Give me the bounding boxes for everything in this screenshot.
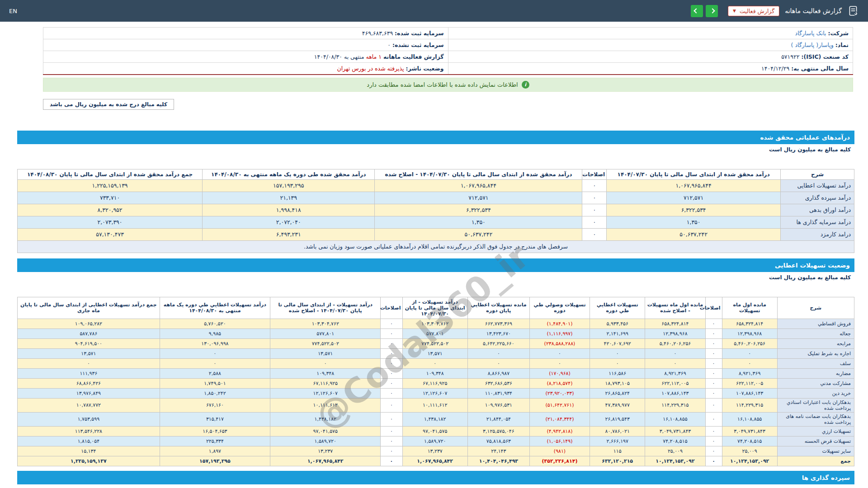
value-cell: ۰ bbox=[705, 319, 722, 328]
value-cell: ۰ bbox=[705, 358, 722, 368]
value-cell: ۷۴,۲۰۸,۵۱۵ bbox=[645, 436, 705, 446]
value-cell: ۰ bbox=[705, 412, 722, 426]
value-cell: ۰ bbox=[705, 426, 722, 436]
row-label: اجاره به شرط تملیک bbox=[777, 348, 854, 358]
info-icon: i bbox=[522, 81, 529, 89]
value-cell: ۱,۰۶۷,۹۶۵,۸۴۴ bbox=[375, 179, 582, 192]
value-cell: ۰ bbox=[590, 358, 645, 368]
operating-income-units-note: کلیه مبالغ به میلیون ریال است bbox=[17, 144, 854, 155]
value-cell: ۱۳,۲۳۷ bbox=[402, 446, 467, 456]
value-cell: ۰ bbox=[381, 378, 402, 388]
value-cell: ۱۶,۱۰۸,۸۵۵ bbox=[722, 412, 777, 426]
value-cell: ۱۱۱,۹۳۶ bbox=[18, 368, 160, 378]
value-cell: ۱۰۹,۳۴۸ bbox=[270, 368, 381, 378]
value-cell: (۱,۰۵۶,۱۴۹) bbox=[529, 436, 590, 446]
topbar-left-group: EN bbox=[9, 8, 17, 14]
table-row: خرید دین۱۰۷,۸۸۶,۱۴۳۰۱۰۷,۸۸۶,۱۴۳۲۶,۸۶۵,۸۲… bbox=[18, 388, 854, 398]
row-label: جعاله bbox=[777, 328, 854, 338]
prev-report-button[interactable] bbox=[691, 5, 703, 17]
alert-message: اطلاعات نمایش داده شده با اطلاعات امضا ش… bbox=[367, 81, 518, 88]
value-cell: ۰ bbox=[381, 412, 402, 426]
report-period-cell: گزارش فعالیت ماهانه ۱ ماهه منتهی به ۱۴۰۴… bbox=[43, 51, 448, 63]
value-cell: ۱۳,۵۷۱ bbox=[402, 348, 467, 358]
company-name-link[interactable]: بانک پاسارگاد bbox=[795, 30, 826, 37]
value-cell: ۷۵,۸۱۸,۵۶۳ bbox=[467, 436, 529, 446]
row-label: درآمد سرمایه گذاری ها bbox=[781, 216, 854, 228]
facilities-title: وضعیت تسهیلات اعطایی bbox=[17, 258, 854, 272]
value-cell: ۲۲۵,۳۳۴ bbox=[160, 436, 270, 446]
value-cell: (۲۳,۹۲۰,۰۳۳) bbox=[529, 388, 590, 398]
column-header: جمع درآمد محقق شده از ابتدای سال مالی تا… bbox=[18, 169, 203, 179]
value-cell: ۵,۷۶۰,۵۲۰ bbox=[160, 319, 270, 328]
value-cell: ۷۱۲,۵۷۱ bbox=[375, 192, 582, 204]
publisher-status-label: وضعیت ناشر: bbox=[406, 65, 443, 72]
value-cell: ۷۴,۲۰۸,۵۱۵ bbox=[722, 436, 777, 446]
value-cell: ۰ bbox=[467, 348, 529, 358]
report-type-dropdown[interactable]: گزارش فعالیت ▼ bbox=[728, 6, 779, 16]
value-cell: ۹۰۴,۶۱۹,۵۰۰ bbox=[18, 338, 160, 348]
value-cell: ۲,۱۴۱,۶۹۹ bbox=[590, 328, 645, 338]
value-cell: ۵,۹۳۳,۴۵۶ bbox=[590, 319, 645, 328]
value-cell: ۵۷۷,۸۰۱ bbox=[270, 328, 381, 338]
value-cell: (۴,۹۴۲,۸۱۸) bbox=[529, 426, 590, 436]
value-cell: ۱۵,۱۳۴ bbox=[18, 446, 160, 456]
value-cell: ۶۲۲,۱۱۲,۰۰۵ bbox=[722, 378, 777, 388]
table-row: نماد: وپاسار( پاسارگاد ) سرمایه ثبت نشده… bbox=[43, 39, 853, 51]
value-cell: ۰ bbox=[705, 456, 722, 466]
symbol-link[interactable]: وپاسار( پاسارگاد ) bbox=[791, 42, 834, 48]
value-cell: ۸۰,۷۸۶,۰۲۱ bbox=[590, 426, 645, 436]
chevron-left-icon bbox=[693, 8, 698, 13]
value-cell: ۰ bbox=[705, 348, 722, 358]
column-header: اصلاحات bbox=[381, 297, 402, 319]
value-cell: ۰ bbox=[582, 216, 607, 228]
value-cell: ۲,۰۷۳,۳۹۰ bbox=[18, 216, 203, 228]
value-cell: ۵,۶۴۲,۲۲۵,۶۶۰ bbox=[467, 338, 529, 348]
column-header: مانده اول ماه تسهیلات bbox=[722, 297, 777, 319]
value-cell: ۶۳۲,۶۸۶,۵۳۶ bbox=[467, 378, 529, 388]
table-row: مضاربه۸,۹۲۱,۳۶۹۰۸,۹۲۱,۳۶۹۱۱۶,۵۸۶(۱۷۰,۹۶۸… bbox=[18, 368, 854, 378]
value-cell: (۸,۲۱۸,۵۷۴) bbox=[529, 378, 590, 388]
value-cell: ۰ bbox=[381, 368, 402, 378]
value-cell: (۵۱,۶۴۲,۷۶۱) bbox=[529, 398, 590, 412]
symbol-label: نماد: bbox=[835, 42, 849, 48]
value-cell: (۲۱,۰۸۴,۳۴۴) bbox=[529, 412, 590, 426]
value-cell: ۶۶۲,۷۷۳,۳۶۹ bbox=[467, 319, 529, 328]
value-cell: ۱۳,۹۷۶,۸۴۹ bbox=[18, 388, 160, 398]
value-cell: ۰ bbox=[381, 358, 402, 368]
value-cell: ۱,۵۸۹,۷۲۰ bbox=[402, 436, 467, 446]
table-header-row: شرحمانده اول ماه تسهیلاتاصلاحاتمانده اول… bbox=[18, 297, 854, 319]
value-cell: ۱,۸۵۰,۲۴۲ bbox=[160, 388, 270, 398]
value-cell: ۰ bbox=[582, 204, 607, 216]
value-cell: ۱,۷۵۳,۵۹۹ bbox=[18, 412, 160, 426]
value-cell: ۰ bbox=[381, 446, 402, 456]
value-cell: ۱۱۴,۲۲۹,۳۱۵ bbox=[722, 398, 777, 412]
operating-income-title: درآمدهای عملیاتی محقق شده bbox=[17, 131, 854, 144]
value-cell: ۰ bbox=[705, 446, 722, 456]
facilities-table: شرحمانده اول ماه تسهیلاتاصلاحاتمانده اول… bbox=[17, 297, 854, 466]
row-label: تسهیلات ارزي bbox=[777, 426, 854, 436]
value-cell: ۱,۲۲۵,۱۵۹,۱۳۷ bbox=[18, 456, 160, 466]
value-cell: ۷۱۲,۵۷۱ bbox=[607, 192, 781, 204]
value-cell: ۲۶,۸۶۵,۸۲۴ bbox=[590, 388, 645, 398]
registered-capital-value: ۴۶۹,۶۸۳,۶۳۹ bbox=[362, 30, 393, 37]
language-toggle[interactable]: EN bbox=[9, 8, 17, 14]
isic-value: ۵۷۱۹۲۲ bbox=[781, 53, 799, 60]
next-report-button[interactable] bbox=[706, 5, 718, 17]
column-header: درآمد تسهیلات - از ابتدای سال مالی تا پا… bbox=[402, 297, 467, 319]
report-nav-buttons bbox=[691, 5, 718, 17]
value-cell: ۰ bbox=[381, 328, 402, 338]
column-header: درآمد تسهیلات - از ابتدای سال مالی تا پا… bbox=[270, 297, 381, 319]
deposits-title: سپرده گذاری ها bbox=[17, 471, 854, 484]
value-cell: ۱۰۷,۸۸۶,۱۴۳ bbox=[722, 388, 777, 398]
column-header: درآمد محقق شده از ابتدای سال مالی تا پای… bbox=[607, 169, 781, 179]
value-cell: ۶,۴۹۳,۲۳۱ bbox=[203, 228, 375, 240]
company-cell: شرکت: بانک پاسارگاد bbox=[448, 28, 853, 39]
table-row: درامد کارمزد۵۰,۶۳۷,۲۴۲۰۵۰,۶۳۷,۲۴۲۶,۴۹۳,۲… bbox=[18, 228, 854, 240]
value-cell: ۰ bbox=[582, 228, 607, 240]
unregistered-capital-cell: سرمایه ثبت نشده: ۰ bbox=[43, 39, 448, 51]
column-header: درآمد تسهیلات اعطایي طي دوره یک ماهه منت… bbox=[160, 297, 270, 319]
value-cell: ۱۰,۱۲۴,۱۵۳,۰۹۲ bbox=[645, 456, 705, 466]
value-cell: ۰ bbox=[705, 328, 722, 338]
value-cell: (۲۳۸,۵۸۸,۲۸۸) bbox=[529, 338, 590, 348]
value-cell: ۰ bbox=[160, 348, 270, 358]
